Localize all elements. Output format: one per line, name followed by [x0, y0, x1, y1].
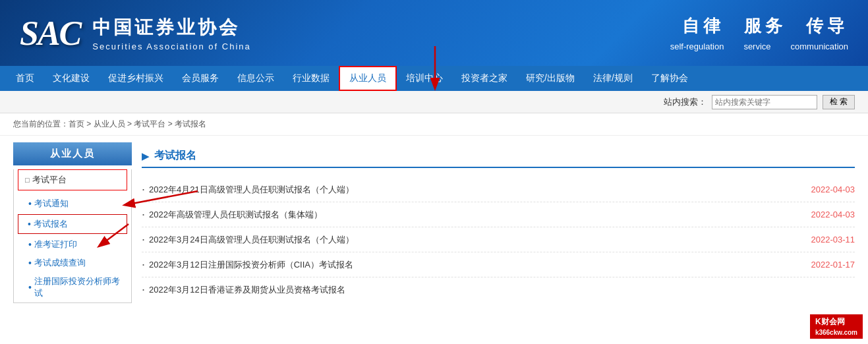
sidebar-item-exam-notice[interactable]: 考试通知 [14, 194, 131, 213]
sidebar: 从业人员 □ 考试平台 考试通知 考试报名 准考证打印 考试成绩查询 注册国际投… [13, 142, 132, 333]
slogan-en-1: self-regulation [670, 42, 724, 51]
news-date: 2022-03-11 [811, 235, 855, 244]
slogan-en-3: communication [791, 42, 848, 51]
news-date: 2022-04-03 [811, 185, 855, 194]
nav-about[interactable]: 了解协会 [642, 66, 697, 91]
news-list: 2022年4月21日高级管理人员任职测试报名（个人端） 2022-04-03 2… [142, 177, 855, 302]
sidebar-item-score-query[interactable]: 考试成绩查询 [14, 254, 131, 272]
nav-culture[interactable]: 文化建设 [43, 66, 99, 91]
header-slogans: 自律 服务 传导 self-regulation service communi… [670, 14, 848, 51]
main-nav: 首页 文化建设 促进乡村振兴 会员服务 信息公示 行业数据 从业人员 培训中心 … [0, 66, 868, 91]
search-input[interactable] [712, 95, 817, 109]
slogan-en-2: service [743, 42, 770, 51]
watermark-url: k366ckw.com [815, 329, 857, 336]
org-en-title: Securities Association of China [92, 42, 250, 51]
news-link[interactable]: 2022年3月12日注册国际投资分析师（CIIA）考试报名 [142, 258, 353, 272]
sidebar-item-admission-print[interactable]: 准考证打印 [14, 235, 131, 254]
news-link[interactable]: 2022年高级管理人员任职测试报名（集体端） [142, 208, 322, 221]
slogan-cn-2: 服务 [744, 14, 786, 38]
sidebar-item-label: 注册国际投资分析师考试 [34, 275, 125, 299]
news-link[interactable]: 2022年4月21日高级管理人员任职测试报名（个人端） [142, 183, 354, 196]
news-date: 2022-04-03 [811, 210, 855, 219]
content-title: 考试报名 [142, 149, 855, 168]
sidebar-group-label: 考试平台 [32, 174, 67, 186]
sidebar-section: □ 考试平台 考试通知 考试报名 准考证打印 考试成绩查询 注册国际投资分析师考… [13, 169, 132, 303]
news-item: 2022年3月24日高级管理人员任职测试报名（个人端） 2022-03-11 [142, 227, 855, 252]
search-label: 站内搜索： [664, 96, 707, 108]
en-slogans: self-regulation service communication [670, 42, 848, 51]
sidebar-item-ciia[interactable]: 注册国际投资分析师考试 [14, 272, 131, 302]
nav-member[interactable]: 会员服务 [173, 66, 228, 91]
slogan-cn-3: 传导 [806, 14, 848, 38]
news-item: 2022年3月12日注册国际投资分析师（CIIA）考试报名 2022-01-17 [142, 252, 855, 277]
slogan-cn-1: 自律 [682, 14, 724, 38]
nav-info[interactable]: 信息公示 [228, 66, 283, 91]
watermark-text: K财会网 [815, 317, 845, 326]
org-cn-title: 中国证券业协会 [92, 15, 250, 40]
logo-area: SAC 中国证券业协会 Securities Association of Ch… [20, 14, 251, 53]
news-item: 2022年4月21日高级管理人员任职测试报名（个人端） 2022-04-03 [142, 177, 855, 202]
sidebar-item-label: 考试通知 [34, 198, 69, 210]
breadcrumb: 您当前的位置：首页 > 从业人员 > 考试平台 > 考试报名 [0, 113, 868, 136]
nav-industry[interactable]: 行业数据 [283, 66, 339, 91]
watermark: K财会网 k366ckw.com [810, 314, 863, 339]
nav-investor[interactable]: 投资者之家 [452, 66, 517, 91]
toggle-icon: □ [25, 176, 30, 184]
news-item: 2022年3月12日香港证券及期货从业员资格考试报名 [142, 277, 855, 302]
news-link[interactable]: 2022年3月12日香港证券及期货从业员资格考试报名 [142, 283, 345, 297]
main-content: 从业人员 □ 考试平台 考试通知 考试报名 准考证打印 考试成绩查询 注册国际投… [0, 136, 868, 340]
content-area: 考试报名 2022年4月21日高级管理人员任职测试报名（个人端） 2022-04… [142, 142, 855, 333]
page-header: SAC 中国证券业协会 Securities Association of Ch… [0, 0, 868, 66]
sidebar-item-label: 准考证打印 [34, 239, 77, 250]
org-name: 中国证券业协会 Securities Association of China [92, 15, 250, 51]
nav-home[interactable]: 首页 [7, 66, 43, 91]
sac-logo: SAC [20, 14, 80, 53]
news-item: 2022年高级管理人员任职测试报名（集体端） 2022-04-03 [142, 202, 855, 227]
sidebar-group-exam-platform[interactable]: □ 考试平台 [18, 169, 127, 190]
news-link[interactable]: 2022年3月24日高级管理人员任职测试报名（个人端） [142, 233, 354, 246]
nav-practitioner[interactable]: 从业人员 [339, 66, 397, 91]
nav-rural[interactable]: 促进乡村振兴 [99, 66, 173, 91]
sidebar-item-label: 考试成绩查询 [34, 257, 86, 269]
news-date: 2022-01-17 [811, 260, 855, 270]
search-button[interactable]: 检 索 [823, 95, 855, 109]
sidebar-title: 从业人员 [13, 142, 132, 165]
nav-training[interactable]: 培训中心 [397, 66, 452, 91]
search-bar: 站内搜索： 检 索 [0, 91, 868, 113]
sidebar-item-exam-register[interactable]: 考试报名 [18, 214, 127, 234]
cn-slogans: 自律 服务 传导 [670, 14, 848, 38]
nav-research[interactable]: 研究/出版物 [517, 66, 584, 91]
nav-law[interactable]: 法律/规则 [584, 66, 642, 91]
sidebar-item-label: 考试报名 [34, 218, 68, 230]
